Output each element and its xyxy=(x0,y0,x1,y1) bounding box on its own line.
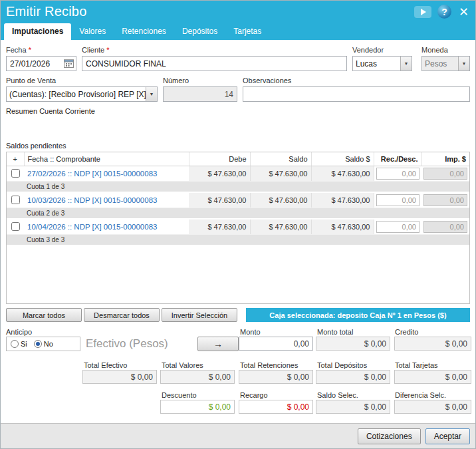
col-header-rec-desc: Rec./Desc. xyxy=(374,152,421,166)
tab-tarjetas[interactable]: Tarjetas xyxy=(225,23,269,40)
cuota-row: Cuota 3 de 3 xyxy=(7,235,469,246)
col-header-plus: + xyxy=(7,152,24,166)
saldo-pesos-cell: $ 47.630,00 xyxy=(311,219,374,235)
comprobante-link[interactable]: 27/02/2026 :: NDP [X] 0015-00000083 xyxy=(27,170,157,178)
monto-label: Monto xyxy=(240,328,261,336)
punto-venta-select[interactable]: (Cuentas): [Recibo Provisorio] REP [X] ▼ xyxy=(6,86,158,102)
monto-input[interactable] xyxy=(239,337,313,351)
diferencia-selc-label: Diferencia Selc. xyxy=(395,391,446,399)
calendar-icon[interactable] xyxy=(64,59,74,68)
dialog-title: Emitir Recibo xyxy=(6,4,87,19)
imp-input[interactable] xyxy=(423,168,467,180)
numero-label: Número xyxy=(163,76,237,84)
monto-total-label: Monto total xyxy=(317,328,353,336)
col-header-comprobante: Fecha :: Comprobante xyxy=(24,152,189,166)
tab-depositos[interactable]: Depósitos xyxy=(174,23,225,40)
punto-venta-value: (Cuentas): [Recibo Provisorio] REP [X] xyxy=(7,90,146,99)
anticipo-si-label: Si xyxy=(21,340,27,348)
tab-content-imputaciones: Fecha * Cliente * Vendedor Lucas ▼ Moned… xyxy=(1,40,475,416)
titlebar-icons: ? ✕ xyxy=(414,5,470,19)
rec-desc-input[interactable] xyxy=(376,221,420,233)
cuota-label: Cuota 1 de 3 xyxy=(7,182,469,193)
form-row-2: Punto de Venta (Cuentas): [Recibo Provis… xyxy=(6,76,470,102)
cuota-label: Cuota 2 de 3 xyxy=(7,208,469,220)
imp-input[interactable] xyxy=(423,221,467,233)
radio-icon xyxy=(11,340,19,348)
tabstrip: Imputaciones Valores Retenciones Depósit… xyxy=(1,23,475,40)
cliente-input[interactable] xyxy=(82,56,347,71)
aceptar-button[interactable]: Aceptar xyxy=(425,428,470,444)
saldos-table: + Fecha :: Comprobante Debe Saldo Saldo … xyxy=(6,152,470,304)
total-tarjetas-value: $ 0,00 xyxy=(394,370,471,384)
desmarcar-todos-button[interactable]: Desmarcar todos xyxy=(84,308,160,322)
comprobante-link[interactable]: 10/03/2026 :: NDP [X] 0015-00000083 xyxy=(27,196,157,204)
saldos-pendientes-label: Saldos pendientes xyxy=(6,142,470,150)
saldo-pesos-cell: $ 47.630,00 xyxy=(311,166,374,182)
col-header-imp: Imp. $ xyxy=(421,152,469,166)
saldo-cell: $ 47.630,00 xyxy=(250,166,311,182)
radio-checked-icon xyxy=(34,340,42,348)
observaciones-input[interactable] xyxy=(243,86,470,102)
moneda-value: Pesos xyxy=(422,59,458,69)
saldo-cell: $ 47.630,00 xyxy=(250,192,311,208)
comprobante-link[interactable]: 10/04/2026 :: NDP [X] 0015-00000083 xyxy=(27,223,157,231)
saldo-selec-value: $ 0,00 xyxy=(316,400,390,414)
table-row: 27/02/2026 :: NDP [X] 0015-00000083 $ 47… xyxy=(7,166,469,182)
total-depositos-label: Total Depósitos xyxy=(317,361,367,369)
fecha-field-group: Fecha * xyxy=(6,46,76,71)
recargo-label: Recargo xyxy=(240,391,268,399)
tab-retenciones[interactable]: Retenciones xyxy=(114,23,174,40)
close-icon[interactable]: ✕ xyxy=(457,6,470,18)
table-row: 10/03/2026 :: NDP [X] 0015-00000083 $ 47… xyxy=(7,192,469,208)
titlebar: Emitir Recibo ? ✕ xyxy=(1,1,475,23)
anticipo-label: Anticipo xyxy=(6,328,32,336)
anticipo-option-no[interactable]: No xyxy=(34,340,53,348)
video-tutorial-icon[interactable] xyxy=(414,6,431,18)
descuento-label: Descuento xyxy=(162,391,197,399)
anticipo-option-si[interactable]: Si xyxy=(11,340,27,348)
help-icon[interactable]: ? xyxy=(437,5,451,19)
imp-input[interactable] xyxy=(423,194,467,206)
vendedor-select[interactable]: Lucas ▼ xyxy=(352,56,412,71)
emitir-recibo-dialog: Emitir Recibo ? ✕ Imputaciones Valores R… xyxy=(0,0,476,449)
saldo-pesos-cell: $ 47.630,00 xyxy=(311,192,374,208)
cliente-label: Cliente * xyxy=(82,46,347,54)
vendedor-label: Vendedor xyxy=(352,46,412,54)
chevron-down-icon: ▼ xyxy=(146,87,157,101)
debe-cell: $ 47.630,00 xyxy=(189,166,250,182)
play-icon xyxy=(421,9,426,15)
form-row-1: Fecha * Cliente * Vendedor Lucas ▼ Moned… xyxy=(6,46,470,71)
cotizaciones-button[interactable]: Cotizaciones xyxy=(358,428,421,444)
saldo-cell: $ 47.630,00 xyxy=(250,219,311,235)
anticipo-no-label: No xyxy=(44,340,53,348)
total-valores-label: Total Valores xyxy=(162,361,203,369)
total-retenciones-label: Total Retenciones xyxy=(240,361,298,369)
total-efectivo-label: Total Efectivo xyxy=(84,361,127,369)
row-checkbox[interactable] xyxy=(11,222,20,231)
fecha-label: Fecha * xyxy=(6,46,76,54)
row-checkbox[interactable] xyxy=(11,196,20,204)
recargo-value: $ 0,00 xyxy=(239,400,313,414)
observaciones-label: Observaciones xyxy=(243,76,470,84)
chevron-down-icon: ▼ xyxy=(458,57,469,71)
marcar-todos-button[interactable]: Marcar todos xyxy=(6,308,82,322)
rec-desc-input[interactable] xyxy=(376,168,420,180)
vendedor-value: Lucas xyxy=(353,59,400,69)
resumen-cuenta-corriente-link[interactable]: Resumen Cuenta Corriente xyxy=(6,107,470,115)
row-checkbox[interactable] xyxy=(11,169,20,178)
moneda-label: Moneda xyxy=(421,46,470,54)
transfer-arrow-button[interactable]: → xyxy=(197,337,239,351)
tab-imputaciones[interactable]: Imputaciones xyxy=(4,23,71,40)
tab-valores[interactable]: Valores xyxy=(71,23,114,40)
anticipo-radio-group: Si No xyxy=(6,337,80,351)
table-row: 10/04/2026 :: NDP [X] 0015-00000083 $ 47… xyxy=(7,219,469,235)
total-efectivo-value: $ 0,00 xyxy=(82,370,157,384)
numero-field-group: Número xyxy=(163,76,237,102)
monto-total-value: $ 0,00 xyxy=(316,337,390,351)
payment-section: Anticipo Si No Efectivo (Pesos) → Monto … xyxy=(6,328,470,416)
total-depositos-value: $ 0,00 xyxy=(316,370,390,384)
total-retenciones-value: $ 0,00 xyxy=(239,370,313,384)
rec-desc-input[interactable] xyxy=(376,194,420,206)
observaciones-field-group: Observaciones xyxy=(243,76,470,102)
invertir-seleccion-button[interactable]: Invertir Selección xyxy=(162,308,237,322)
